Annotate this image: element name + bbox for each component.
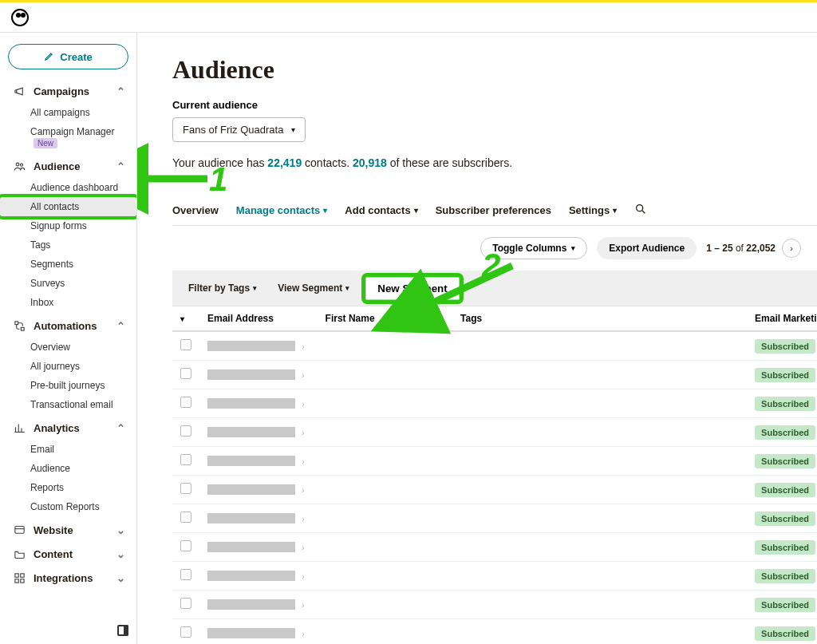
chevron-right-icon: › — [302, 600, 305, 610]
row-checkbox[interactable] — [180, 598, 191, 609]
tab-subscriber-preferences[interactable]: Subscriber preferences — [436, 204, 551, 216]
sidebar-item-all-contacts[interactable]: All contacts — [0, 197, 136, 216]
svg-rect-2 — [14, 321, 18, 324]
table-row[interactable]: ›SubscribedPico — [172, 389, 817, 418]
sidebar-item-inbox[interactable]: Inbox — [0, 293, 136, 312]
automation-icon — [13, 319, 26, 332]
sidebar-item-campaigns[interactable]: Campaigns ⌃ — [0, 79, 136, 103]
chevron-down-icon[interactable]: ▾ — [180, 314, 184, 323]
status-badge: Subscribed — [755, 368, 815, 382]
row-checkbox[interactable] — [180, 425, 191, 437]
grid-icon — [13, 571, 26, 584]
sidebar-item-automations[interactable]: Automations ⌃ — [0, 314, 136, 338]
new-segment-button[interactable]: New Segment — [365, 277, 459, 300]
sidebar-item-website[interactable]: Website ⌄ — [0, 518, 136, 542]
row-checkbox[interactable] — [180, 483, 191, 494]
sidebar-item-integrations[interactable]: Integrations ⌄ — [0, 566, 136, 590]
table-row[interactable]: ›SubscribedPico — [172, 447, 817, 476]
audience-select[interactable]: Fans of Friz Quadrata ▾ — [172, 117, 306, 142]
sidebar-item-campaign-manager[interactable]: Campaign Manager New — [0, 122, 136, 152]
toggle-columns-button[interactable]: Toggle Columns ▾ — [480, 237, 587, 259]
email-cell: › — [207, 571, 310, 581]
status-badge: Subscribed — [755, 397, 815, 411]
current-audience-label: Current audience — [172, 99, 817, 111]
table-row[interactable]: ›SubscribedPico — [172, 476, 817, 504]
sidebar-item-transactional-email[interactable]: Transactional email — [0, 395, 136, 414]
filter-by-tags[interactable]: Filter by Tags▾ — [184, 278, 262, 298]
svg-rect-7 — [14, 579, 18, 582]
sidebar-label: Audience — [34, 160, 81, 172]
svg-rect-3 — [21, 327, 24, 330]
sidebar-label: Integrations — [34, 572, 93, 584]
sidebar-item-automations-overview[interactable]: Overview — [0, 338, 136, 357]
audience-name: Fans of Friz Quadrata — [183, 124, 283, 136]
contacts-summary: Your audience has 22,419 contacts. 20,91… — [172, 156, 817, 169]
sidebar-item-all-campaigns[interactable]: All campaigns — [0, 103, 136, 122]
col-tags[interactable]: Tags — [452, 306, 491, 331]
table-row[interactable]: ›SubscribedPico — [172, 361, 817, 389]
row-checkbox[interactable] — [180, 368, 191, 379]
pager-next-button[interactable]: › — [782, 239, 801, 258]
chevron-down-icon: ▾ — [291, 125, 295, 134]
sidebar-item-signup-forms[interactable]: Signup forms — [0, 216, 136, 235]
sidebar-item-analytics-custom-reports[interactable]: Custom Reports — [0, 497, 136, 516]
row-checkbox[interactable] — [180, 454, 191, 465]
sidebar-item-analytics-audience[interactable]: Audience — [0, 459, 136, 478]
chevron-down-icon: ▾ — [345, 284, 349, 292]
chevron-right-icon: › — [302, 428, 305, 437]
pager-total: 22,052 — [746, 243, 776, 254]
table-row[interactable]: ›SubscribedPico — [172, 331, 817, 361]
sidebar-item-analytics-email[interactable]: Email — [0, 440, 136, 459]
row-checkbox[interactable] — [180, 397, 191, 408]
chevron-right-icon: › — [302, 629, 305, 638]
tab-overview[interactable]: Overview — [172, 204, 219, 216]
filter-bar: Filter by Tags▾ View Segment▾ New Segmen… — [172, 271, 817, 306]
table-row[interactable]: ›SubscribedPico — [172, 418, 817, 447]
col-email-marketing[interactable]: Email Marketing — [747, 306, 817, 331]
sidebar-item-audience-dashboard[interactable]: Audience dashboard — [0, 178, 136, 197]
bar-chart-icon — [13, 421, 26, 434]
table-row[interactable]: ›SubscribedPico — [172, 504, 817, 533]
sidebar-item-content[interactable]: Content ⌄ — [0, 542, 136, 566]
sidebar-item-analytics-reports[interactable]: Reports — [0, 478, 136, 497]
label: Filter by Tags — [188, 282, 250, 294]
status-badge: Subscribed — [755, 540, 815, 555]
tab-manage-contacts[interactable]: Manage contacts▾ — [236, 204, 327, 216]
table-row[interactable]: ›SubscribedPico — [172, 619, 817, 645]
redacted-email — [207, 628, 295, 638]
email-cell: › — [207, 398, 310, 409]
sidebar-item-all-journeys[interactable]: All journeys — [0, 357, 136, 376]
collapse-sidebar-icon[interactable] — [117, 625, 128, 636]
row-checkbox[interactable] — [180, 626, 191, 638]
sidebar-item-prebuilt-journeys[interactable]: Pre-built journeys — [0, 376, 136, 395]
view-segment[interactable]: View Segment▾ — [273, 278, 354, 298]
sidebar-item-analytics[interactable]: Analytics ⌃ — [0, 416, 136, 440]
folder-icon — [13, 547, 26, 560]
table-row[interactable]: ›SubscribedPico — [172, 533, 817, 562]
pencil-icon — [44, 50, 55, 64]
col-first-name[interactable]: First Name — [318, 306, 385, 331]
row-checkbox[interactable] — [180, 339, 191, 350]
tab-add-contacts[interactable]: Add contacts▾ — [345, 204, 417, 216]
col-last-name[interactable]: Last Name — [385, 306, 452, 331]
svg-rect-4 — [14, 526, 23, 533]
row-checkbox[interactable] — [180, 512, 191, 523]
sidebar-label: Website — [34, 524, 73, 536]
col-email[interactable]: Email Address — [199, 306, 318, 331]
chevron-right-icon: › — [302, 370, 305, 380]
row-checkbox[interactable] — [180, 540, 191, 551]
chevron-right-icon: › — [302, 514, 305, 523]
sidebar-item-audience[interactable]: Audience ⌃ — [0, 154, 136, 178]
search-icon[interactable] — [634, 203, 647, 218]
table-row[interactable]: ›SubscribedList Im — [172, 562, 817, 591]
svg-rect-6 — [20, 573, 23, 576]
tab-settings[interactable]: Settings▾ — [569, 204, 617, 216]
sidebar-item-segments[interactable]: Segments — [0, 255, 136, 274]
export-audience-button[interactable]: Export Audience — [597, 237, 697, 259]
email-cell: › — [207, 599, 310, 610]
row-checkbox[interactable] — [180, 569, 191, 580]
create-button[interactable]: Create — [8, 44, 128, 69]
sidebar-item-tags[interactable]: Tags — [0, 235, 136, 255]
table-row[interactable]: ›SubscribedPico — [172, 591, 817, 619]
sidebar-item-surveys[interactable]: Surveys — [0, 274, 136, 293]
